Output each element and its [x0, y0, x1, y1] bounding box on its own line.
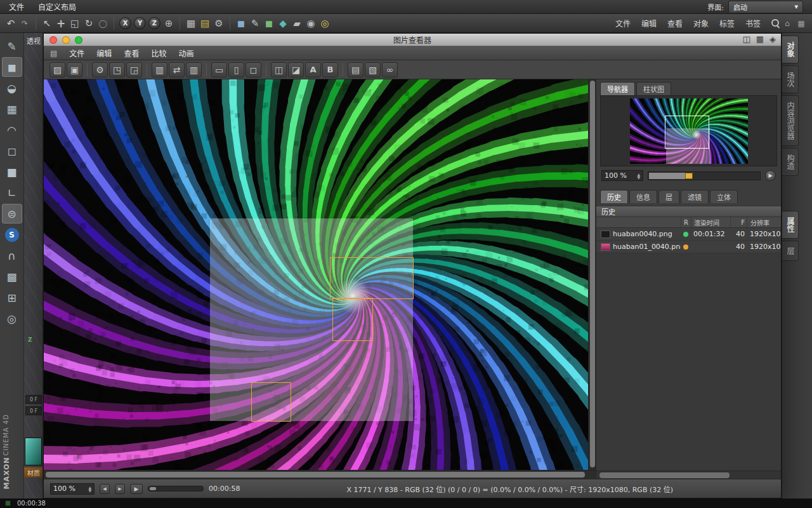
table-row[interactable]: huaban0040.png 00:01:32 40 1920x10: [596, 228, 781, 241]
step-forward-icon[interactable]: ▶: [115, 484, 125, 494]
detach-icon[interactable]: ◈: [769, 34, 776, 44]
mouse-mode-icon[interactable]: ⊜: [2, 204, 22, 224]
spline-pen-icon[interactable]: ✎: [2, 36, 22, 56]
settings-gear-icon[interactable]: ⚙: [92, 62, 108, 77]
coordinate-system-icon[interactable]: ⊕: [162, 16, 176, 31]
axis-z-button[interactable]: Z: [148, 17, 160, 29]
image-viewport[interactable]: [44, 79, 596, 479]
render-settings-icon[interactable]: ⚙: [212, 16, 226, 31]
menu-file[interactable]: 文件: [9, 1, 24, 12]
tab-history[interactable]: 历史: [600, 190, 628, 203]
play-button[interactable]: ▶: [130, 484, 143, 494]
scale-tool-icon[interactable]: ◱: [68, 16, 82, 31]
vertical-scroll-thumb[interactable]: [590, 81, 595, 467]
om-menu-view[interactable]: 查看: [667, 18, 683, 29]
playback-progress[interactable]: [148, 486, 204, 491]
coord-field-1[interactable]: 0 F: [25, 395, 42, 404]
coord-field-2[interactable]: 0 F: [25, 406, 42, 415]
rotate-tool-icon[interactable]: ↻: [82, 16, 96, 31]
swap-ab-icon[interactable]: ⇄: [169, 62, 185, 77]
layout-grid-icon[interactable]: ▦: [794, 16, 808, 31]
tab-filter[interactable]: 滤镜: [681, 190, 709, 203]
material-sphere-icon[interactable]: ◒: [2, 78, 22, 98]
minimize-icon[interactable]: [62, 36, 70, 44]
viewer-menu-file[interactable]: 文件: [69, 48, 84, 58]
rendered-image[interactable]: [44, 79, 588, 470]
axis-x-button[interactable]: X: [119, 17, 131, 29]
cube-tool-icon[interactable]: ◼: [2, 57, 22, 77]
tab-layer[interactable]: 层: [658, 190, 679, 203]
interface-select[interactable]: 启动 ▾: [728, 1, 803, 13]
horizontal-scroll-thumb[interactable]: [46, 472, 585, 478]
folder-b-icon[interactable]: ▥: [186, 62, 202, 77]
search-icon[interactable]: [771, 18, 780, 28]
film-a-icon[interactable]: ▤: [348, 62, 363, 77]
table-row[interactable]: huaban01_0040.png 40 1920x10: [596, 241, 781, 253]
navigator-preview[interactable]: [600, 95, 777, 166]
compare-split-icon[interactable]: ◪: [288, 62, 304, 77]
tab-info[interactable]: 信息: [629, 190, 657, 203]
render-region-2[interactable]: [332, 298, 373, 341]
col-r[interactable]: R: [681, 217, 691, 227]
panel-horizontal-scrollbar[interactable]: [596, 471, 781, 479]
view-single-icon[interactable]: ▭: [211, 62, 227, 77]
col-resolution[interactable]: 分辨率: [747, 217, 781, 227]
tab-navigator[interactable]: 导航器: [600, 82, 635, 95]
deformer-icon[interactable]: ◠: [2, 120, 22, 140]
last-tool-icon[interactable]: ◯: [96, 16, 110, 31]
tab-takes[interactable]: 场次: [782, 65, 799, 93]
tab-layers[interactable]: 层: [782, 241, 799, 261]
render-view-icon[interactable]: ▦: [184, 16, 198, 31]
tab-objects[interactable]: 对象: [782, 36, 799, 64]
viewer-menu-view[interactable]: 查看: [124, 48, 139, 58]
tab-attributes[interactable]: 属性: [782, 211, 799, 239]
rotate-ring-icon[interactable]: ◎: [2, 309, 22, 328]
viewport-sliver[interactable]: 透视 Z 0 F 0 F 材质: [24, 33, 43, 498]
workplane-axis-icon[interactable]: ∟: [2, 183, 22, 203]
home-icon[interactable]: ⌂: [780, 16, 794, 31]
set-a-icon[interactable]: A: [305, 62, 321, 77]
open-file-icon[interactable]: ▨: [49, 62, 65, 77]
om-menu-bookmarks[interactable]: 书签: [745, 18, 761, 29]
undo-icon[interactable]: ↶: [4, 16, 18, 31]
move-tool-icon[interactable]: +: [54, 16, 68, 31]
select-tool-icon[interactable]: ↖: [40, 16, 54, 31]
progress-thumb[interactable]: [150, 487, 156, 490]
compare-ab-icon[interactable]: ◫: [271, 62, 287, 77]
cube-c-icon[interactable]: ■: [2, 162, 22, 182]
om-menu-tags[interactable]: 标签: [719, 18, 735, 29]
navigator-view-rect[interactable]: [665, 116, 709, 149]
film-b-icon[interactable]: ▧: [365, 62, 381, 77]
viewer-menu-compare[interactable]: 比较: [151, 48, 166, 58]
array-icon[interactable]: ▦: [2, 99, 22, 119]
folder-a-icon[interactable]: ▥: [152, 62, 167, 77]
environment-icon[interactable]: ▰: [290, 16, 304, 31]
panel-scroll-thumb[interactable]: [599, 472, 730, 478]
status-zoom-select[interactable]: 100 % ▲▼: [50, 483, 95, 495]
mograph-icon[interactable]: ◼: [262, 16, 276, 31]
camera-icon[interactable]: ◉: [304, 16, 318, 31]
view-fit-icon[interactable]: ◻: [246, 62, 261, 77]
zoom-slider[interactable]: [648, 171, 761, 180]
vertical-scrollbar[interactable]: [588, 79, 596, 470]
copy-b-icon[interactable]: ◲: [126, 62, 142, 77]
add-cube-icon[interactable]: ◼: [234, 16, 248, 31]
render-region-3[interactable]: [251, 382, 291, 422]
light-icon[interactable]: ◎: [318, 16, 332, 31]
horizontal-scrollbar[interactable]: [44, 470, 596, 479]
redo-icon[interactable]: ↷: [18, 16, 32, 31]
viewer-menu-edit[interactable]: 编辑: [96, 48, 112, 58]
close-icon[interactable]: [49, 36, 57, 44]
volume-icon[interactable]: ◆: [276, 16, 290, 31]
zoom-apply-button[interactable]: ▶: [765, 170, 776, 181]
tab-structure[interactable]: 构造: [782, 148, 799, 176]
grid-lock-icon[interactable]: ⊞: [2, 288, 22, 307]
col-frames[interactable]: F: [730, 217, 747, 227]
tab-histogram[interactable]: 柱状图: [636, 82, 671, 95]
render-picture-viewer-icon[interactable]: ▤: [198, 16, 212, 31]
axis-y-button[interactable]: Y: [134, 17, 146, 29]
tab-content-browser[interactable]: 内容浏览器: [782, 95, 799, 146]
split-view-icon[interactable]: ◫: [742, 34, 750, 44]
om-menu-object[interactable]: 对象: [693, 18, 709, 29]
render-region-1[interactable]: [330, 257, 414, 299]
